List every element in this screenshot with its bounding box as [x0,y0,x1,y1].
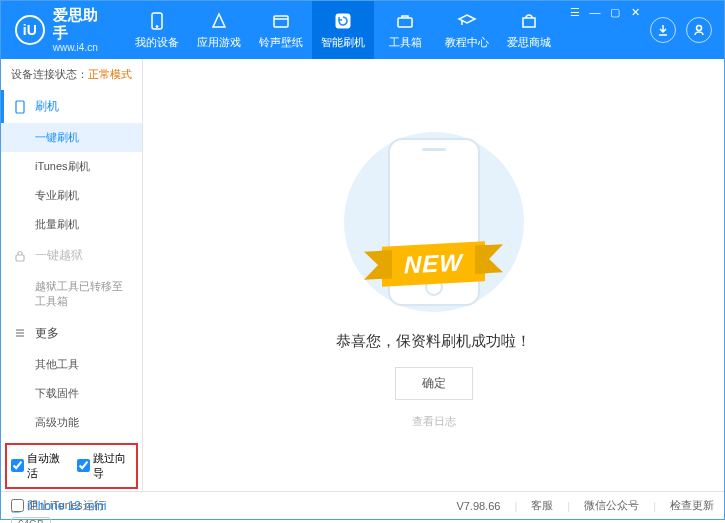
sidebar-item-pro-flash[interactable]: 专业刷机 [1,181,142,210]
minimize-icon[interactable]: — [586,5,604,19]
section-label: 更多 [35,325,59,342]
sidebar-section-jailbreak: 一键越狱 [1,239,142,272]
checkbox-skip-guide[interactable] [77,459,90,472]
footer-update-link[interactable]: 检查更新 [670,498,714,513]
block-itunes-label: 阻止iTunes运行 [28,498,105,513]
sidebar-item-one-click-flash[interactable]: 一键刷机 [1,123,142,152]
svg-rect-4 [398,18,412,27]
nav-toolbox[interactable]: 工具箱 [374,1,436,59]
app-subtitle: www.i4.cn [53,42,112,54]
nav-smart-flash[interactable]: 智能刷机 [312,1,374,59]
window-controls: ☰ — ▢ ✕ [560,1,650,59]
store-icon [519,11,539,31]
svg-rect-7 [16,101,24,113]
section-label: 一键越狱 [35,247,83,264]
folder-icon [271,11,291,31]
check-label: 跳过向导 [93,451,133,481]
main-content: NEW 恭喜您，保资料刷机成功啦！ 确定 查看日志 [143,59,724,491]
nav-label: 爱思商城 [507,35,551,50]
nav-label: 智能刷机 [321,35,365,50]
footer-wechat-link[interactable]: 微信公众号 [584,498,639,513]
connection-status: 设备连接状态：正常模式 [1,59,142,90]
new-ribbon: NEW [382,241,485,286]
sidebar-item-other-tools[interactable]: 其他工具 [1,350,142,379]
nav-store[interactable]: 爱思商城 [498,1,560,59]
download-icon[interactable] [650,17,676,43]
section-label: 刷机 [35,98,59,115]
nav-label: 铃声壁纸 [259,35,303,50]
success-illustration: NEW [324,122,544,322]
app-title: 爱思助手 [53,6,112,42]
sidebar-item-download-firmware[interactable]: 下载固件 [1,379,142,408]
svg-rect-3 [336,14,350,28]
titlebar: iU 爱思助手 www.i4.cn 我的设备 应用游戏 铃声壁纸 智能刷机 [1,1,724,59]
graduation-icon [457,11,477,31]
sidebar: 设备连接状态：正常模式 刷机 一键刷机 iTunes刷机 专业刷机 批量刷机 一… [1,59,143,491]
success-message: 恭喜您，保资料刷机成功啦！ [336,332,531,351]
options-checks: 自动激活 跳过向导 [5,443,138,489]
jailbreak-note: 越狱工具已转移至工具箱 [1,272,142,317]
svg-point-1 [156,25,158,27]
toolbox-icon [395,11,415,31]
version-label: V7.98.66 [456,500,500,512]
sidebar-section-more[interactable]: 更多 [1,317,142,350]
phone-small-icon [13,100,27,114]
nav-tutorials[interactable]: 教程中心 [436,1,498,59]
status-label: 设备连接状态： [11,68,88,80]
refresh-icon [333,11,353,31]
check-auto-activate[interactable]: 自动激活 [11,451,67,481]
close-icon[interactable]: ✕ [626,5,644,19]
nav-label: 应用游戏 [197,35,241,50]
nav-label: 工具箱 [389,35,422,50]
nav-label: 我的设备 [135,35,179,50]
nav-ringtone-wallpaper[interactable]: 铃声壁纸 [250,1,312,59]
footer-service-link[interactable]: 客服 [531,498,553,513]
titlebar-right-icons [650,1,724,59]
svg-rect-2 [274,16,288,27]
top-nav: 我的设备 应用游戏 铃声壁纸 智能刷机 工具箱 教程中心 [126,1,560,59]
confirm-button[interactable]: 确定 [395,367,473,400]
svg-point-6 [697,26,702,31]
phone-icon [147,11,167,31]
status-mode: 正常模式 [88,68,132,80]
sidebar-item-batch-flash[interactable]: 批量刷机 [1,210,142,239]
footer: 阻止iTunes运行 V7.98.66 | 客服 | 微信公众号 | 检查更新 [1,491,724,519]
check-skip-guide[interactable]: 跳过向导 [77,451,133,481]
nav-apps-games[interactable]: 应用游戏 [188,1,250,59]
checkbox-auto-activate[interactable] [11,459,24,472]
app-logo-icon: iU [15,15,45,45]
lock-icon [13,249,27,263]
sidebar-item-itunes-flash[interactable]: iTunes刷机 [1,152,142,181]
nav-my-device[interactable]: 我的设备 [126,1,188,59]
brand: iU 爱思助手 www.i4.cn [1,1,126,59]
menu-icon[interactable]: ☰ [566,5,584,19]
list-icon [13,326,27,340]
sidebar-item-advanced[interactable]: 高级功能 [1,408,142,437]
check-label: 自动激活 [27,451,67,481]
maximize-icon[interactable]: ▢ [606,5,624,19]
svg-rect-8 [16,255,24,261]
sidebar-section-flash[interactable]: 刷机 [1,90,142,123]
user-icon[interactable] [686,17,712,43]
svg-rect-5 [523,18,535,27]
view-log-link[interactable]: 查看日志 [412,414,456,429]
nav-label: 教程中心 [445,35,489,50]
checkbox-block-itunes[interactable] [11,499,24,512]
apps-icon [209,11,229,31]
